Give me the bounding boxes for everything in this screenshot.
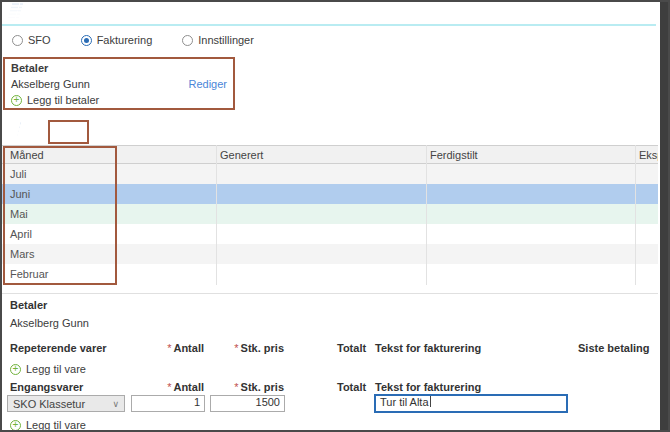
tab-label: Karakterer (0, 8, 48, 20)
betaler-panel: Betaler Akselberg Gunn Rediger + Legg ti… (3, 57, 235, 110)
vertical-scrollbar[interactable] (660, 2, 668, 430)
invoice-table-header: MånedGenerertFerdigstiltEksportert (2, 145, 658, 164)
column-header-eksportert: Eksportert (639, 149, 658, 161)
radio-fakturering[interactable]: Fakturering (81, 34, 153, 46)
radio-innstillinger[interactable]: Innstillinger (182, 34, 254, 46)
column-header-generert: Generert (220, 149, 263, 161)
tab-label: Foresatt (1, 8, 40, 20)
annotation-box-skole (48, 120, 89, 144)
tab-label: Anmerkning (0, 8, 50, 20)
column-divider (635, 145, 636, 285)
invoice-table-body: JuliJuniMaiAprilMarsFebruar (2, 164, 658, 284)
invoice-table: MånedGenerertFerdigstiltEksportert JuliJ… (2, 145, 658, 285)
rediger-link[interactable]: Rediger (188, 78, 227, 90)
tab-label: Info (10, 8, 28, 20)
add-engangs-vare-label: Legg til vare (26, 419, 86, 431)
table-row-februar[interactable]: Februar (2, 264, 658, 284)
month-cell: Mars (10, 248, 34, 260)
betaler-name: Akselberg Gunn (11, 78, 90, 90)
radio-icon (182, 35, 193, 46)
month-cell: Juni (10, 188, 30, 200)
month-cell: April (10, 228, 32, 240)
add-repeterende-vare-button[interactable]: + Legg til vare (10, 363, 86, 375)
column-header-måned: Måned (10, 149, 44, 161)
tab-label: Dokumenter (0, 8, 56, 20)
engangs-col-tekst: Tekst for fakturering (375, 381, 481, 393)
month-cell: Juli (10, 168, 27, 180)
add-betaler-label: Legg til betaler (27, 94, 99, 106)
tekst-for-fakturering-input[interactable]: Tur til Alta (374, 394, 568, 413)
month-cell: Mai (10, 208, 28, 220)
stk-pris-input[interactable]: 1500 (210, 395, 285, 412)
tab-label: SFO/Fakturering (0, 8, 65, 20)
chevron-down-icon: ∨ (112, 399, 119, 409)
column-divider (426, 145, 427, 285)
plus-icon: + (10, 420, 21, 431)
add-betaler-button[interactable]: + Legg til betaler (11, 94, 227, 106)
column-divider (216, 145, 217, 285)
plus-icon: + (11, 95, 22, 106)
repeterende-col-tekst: Tekst for fakturering (375, 342, 481, 354)
repeterende-col-siste: Siste betaling (578, 342, 650, 354)
detail-betaler-title: Betaler (10, 299, 47, 311)
add-repeterende-vare-label: Legg til vare (26, 363, 86, 375)
tab-label: Meldinger (5, 8, 51, 20)
radio-label: SFO (28, 34, 51, 46)
repeterende-title: Repeterende varer (10, 342, 107, 354)
subtab-sfo-label: SFO (17, 127, 39, 139)
antall-input[interactable]: 1 (131, 395, 205, 412)
section-divider (2, 293, 658, 294)
add-engangs-vare-button[interactable]: + Legg til vare (10, 419, 86, 431)
radio-label: Fakturering (97, 34, 153, 46)
radio-sfo[interactable]: SFO (12, 34, 51, 46)
vare-select-value: SKO Klassetur (13, 398, 85, 410)
betaler-title: Betaler (11, 62, 227, 74)
month-cell: Februar (10, 268, 49, 280)
engangs-col-totalt: Totalt (337, 381, 366, 393)
app-window: InfoForesattFraværAnmerkningKaraktererVu… (0, 0, 670, 432)
plus-icon: + (10, 364, 21, 375)
column-header-ferdigstilt: Ferdigstilt (430, 149, 478, 161)
subtab-skole-label: Skole (15, 127, 41, 139)
module-radio-group: SFOFaktureringInnstillinger (12, 32, 254, 48)
tab-label: Grupper (6, 8, 45, 20)
engangsvarer-title: Engangsvarer (10, 381, 83, 393)
engangs-col-antall: *Antall (142, 381, 204, 393)
radio-icon (12, 35, 23, 46)
repeterende-col-stkpris: *Stk. pris (220, 342, 284, 354)
table-row-mai[interactable]: Mai (2, 204, 658, 224)
tekst-value: Tur til Alta (380, 396, 429, 408)
engangs-col-stkpris: *Stk. pris (220, 381, 284, 393)
tab-label: Vurdering (1, 8, 46, 20)
repeterende-col-totalt: Totalt (337, 342, 366, 354)
text-caret (430, 396, 431, 407)
tab-label: Fravær (4, 8, 38, 20)
radio-label: Innstillinger (198, 34, 254, 46)
table-row-mars[interactable]: Mars (2, 244, 658, 264)
main-tab-bar: InfoForesattFraværAnmerkningKaraktererVu… (2, 2, 656, 26)
tab-label: Samtykke (6, 8, 52, 20)
repeterende-col-antall: *Antall (142, 342, 204, 354)
vare-select[interactable]: SKO Klassetur ∨ (7, 395, 125, 412)
detail-betaler-name: Akselberg Gunn (10, 317, 89, 329)
table-row-juni[interactable]: Juni (2, 184, 658, 204)
table-row-juli[interactable]: Juli (2, 164, 658, 184)
table-row-april[interactable]: April (2, 224, 658, 244)
radio-selected-icon (81, 35, 92, 46)
